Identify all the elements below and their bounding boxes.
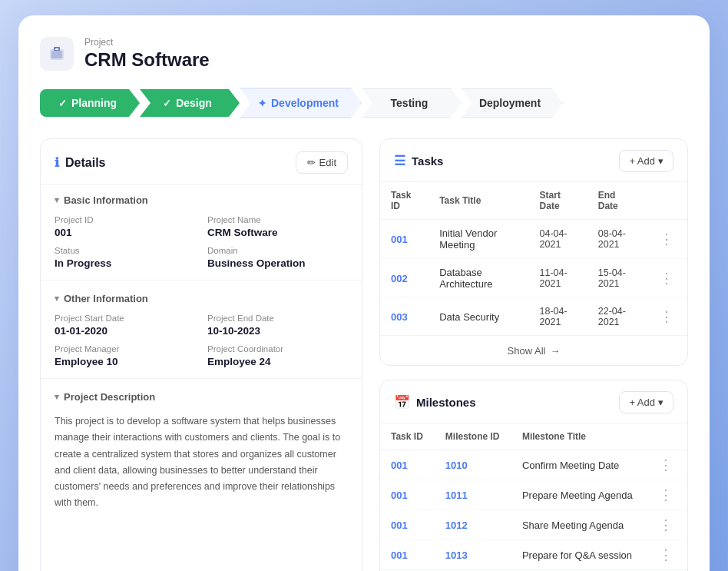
task-end-date: 15-04-2021 xyxy=(587,259,646,298)
step-design-label: Design xyxy=(176,97,212,109)
description-section: ▾ Project Description xyxy=(41,382,362,409)
task-end-date: 08-04-2021 xyxy=(587,220,646,259)
domain-item: Domain Business Operation xyxy=(207,246,348,269)
milestone-id-link[interactable]: 1011 xyxy=(445,490,468,501)
basic-info-grid: Project ID 001 Project Name CRM Software… xyxy=(41,212,362,277)
info-icon: ℹ xyxy=(55,155,59,170)
milestones-col-milestoneid: Milestone ID xyxy=(435,423,511,450)
tasks-col-title: Task Title xyxy=(429,182,528,220)
milestones-col-taskid: Task ID xyxy=(380,423,435,450)
project-id-item: Project ID 001 xyxy=(55,215,195,238)
milestones-table: Task ID Milestone ID Milestone Title 001… xyxy=(380,423,687,569)
milestones-title: 📅 Milestones xyxy=(394,394,476,410)
step-testing[interactable]: Testing xyxy=(362,88,462,118)
milestone-more-button[interactable]: ⋮ xyxy=(656,488,676,502)
step-development[interactable]: ✦ Development xyxy=(240,88,362,118)
project-icon xyxy=(40,37,74,71)
status-item: Status In Progress xyxy=(55,246,195,269)
chevron-down-icon-desc: ▾ xyxy=(55,392,59,402)
project-header: Project CRM Software xyxy=(40,37,688,71)
edit-button[interactable]: ✏ Edit xyxy=(296,151,348,174)
milestone-more-button[interactable]: ⋮ xyxy=(656,458,676,472)
tasks-table-header-row: Task ID Task Title Start Date End Date xyxy=(380,182,687,220)
milestones-panel: 📅 Milestones + Add ▾ Task ID Milestone I… xyxy=(379,380,688,571)
step-testing-label: Testing xyxy=(391,97,429,109)
tasks-show-all-row: Show All → xyxy=(380,335,687,365)
end-date-item: Project End Date 10-10-2023 xyxy=(207,314,348,337)
step-planning[interactable]: ✓ Planning xyxy=(40,89,140,117)
tasks-col-id: Task ID xyxy=(380,182,429,220)
tasks-col-start: Start Date xyxy=(529,182,587,220)
milestone-more-button[interactable]: ⋮ xyxy=(656,518,676,532)
tasks-panel: ☰ Tasks + Add ▾ Task ID Task Title Start… xyxy=(379,138,688,366)
task-more-button[interactable]: ⋮ xyxy=(657,232,677,246)
other-info-section: ▾ Other Information xyxy=(41,284,362,310)
main-layout: ℹ Details ✏ Edit ▾ Basic Information Pro… xyxy=(40,138,688,571)
milestone-more-button[interactable]: ⋮ xyxy=(656,548,676,562)
coordinator-item: Project Coordinator Employee 24 xyxy=(207,344,348,367)
chevron-down-icon-add-tasks: ▾ xyxy=(658,155,663,167)
right-panel: ☰ Tasks + Add ▾ Task ID Task Title Start… xyxy=(379,138,688,571)
task-end-date: 22-04-2021 xyxy=(587,298,646,336)
basic-info-section: ▾ Basic Information xyxy=(41,185,362,212)
tasks-title: ☰ Tasks xyxy=(394,153,443,169)
chevron-down-icon: ▾ xyxy=(55,195,59,205)
details-panel: ℹ Details ✏ Edit ▾ Basic Information Pro… xyxy=(40,138,362,571)
start-date-item: Project Start Date 01-01-2020 xyxy=(55,314,195,337)
edit-icon: ✏ xyxy=(307,157,316,168)
task-more-button[interactable]: ⋮ xyxy=(657,271,677,285)
table-row: 001 1010 Confirm Meeting Date ⋮ xyxy=(380,450,687,480)
task-title: Data Security xyxy=(429,298,528,336)
tasks-show-all-button[interactable]: Show All → xyxy=(508,345,561,357)
milestone-task-id-link[interactable]: 001 xyxy=(391,490,408,501)
project-label: Project xyxy=(84,37,210,48)
milestone-task-id-link[interactable]: 001 xyxy=(391,520,408,531)
project-title: CRM Software xyxy=(84,49,210,71)
task-start-date: 18-04-2021 xyxy=(529,298,587,336)
table-row: 002 Database Architecture 11-04-2021 15-… xyxy=(380,259,687,298)
step-design[interactable]: ✓ Design xyxy=(140,89,240,117)
task-start-date: 11-04-2021 xyxy=(529,259,587,298)
check-icon-design: ✓ xyxy=(163,98,171,109)
details-header: ℹ Details ✏ Edit xyxy=(41,139,362,185)
project-name-item: Project Name CRM Software xyxy=(207,215,348,238)
steps-bar: ✓ Planning ✓ Design ✦ Development Testin… xyxy=(40,88,688,118)
task-title: Initial Vendor Meeting xyxy=(429,220,528,259)
milestones-add-button[interactable]: + Add ▾ xyxy=(619,391,673,413)
table-row: 001 1013 Prepare for Q&A session ⋮ xyxy=(380,540,687,570)
table-row: 003 Data Security 18-04-2021 22-04-2021 … xyxy=(380,298,687,336)
milestone-id-link[interactable]: 1010 xyxy=(445,460,468,471)
milestone-task-id-link[interactable]: 001 xyxy=(391,460,408,471)
chevron-down-icon-other: ▾ xyxy=(55,294,59,304)
milestone-title: Share Meeting Agenda xyxy=(511,510,645,540)
manager-item: Project Manager Employee 10 xyxy=(55,344,195,367)
tasks-col-end: End Date xyxy=(587,182,646,220)
task-start-date: 04-04-2021 xyxy=(529,220,587,259)
milestone-title: Prepare for Q&A session xyxy=(511,540,645,570)
milestone-task-id-link[interactable]: 001 xyxy=(391,549,408,561)
table-row: 001 Initial Vendor Meeting 04-04-2021 08… xyxy=(380,220,687,259)
description-text: This project is to develop a software sy… xyxy=(41,409,362,516)
svg-rect-3 xyxy=(55,48,58,50)
arrow-right-icon: → xyxy=(550,345,560,357)
milestones-header: 📅 Milestones + Add ▾ xyxy=(380,380,687,423)
milestones-table-header-row: Task ID Milestone ID Milestone Title xyxy=(380,423,687,450)
other-info-grid: Project Start Date 01-01-2020 Project En… xyxy=(41,310,362,375)
tasks-add-button[interactable]: + Add ▾ xyxy=(619,150,673,172)
details-title: ℹ Details xyxy=(55,155,105,170)
tasks-header: ☰ Tasks + Add ▾ xyxy=(380,139,687,182)
task-id-link[interactable]: 001 xyxy=(391,234,408,245)
table-row: 001 1012 Share Meeting Agenda ⋮ xyxy=(380,510,687,540)
milestone-id-link[interactable]: 1012 xyxy=(445,520,468,531)
step-development-label: Development xyxy=(271,97,339,109)
milestone-title: Prepare Meeting Agenda xyxy=(511,480,645,510)
milestone-id-link[interactable]: 1013 xyxy=(445,549,468,561)
task-id-link[interactable]: 003 xyxy=(391,311,408,323)
task-id-link[interactable]: 002 xyxy=(391,273,408,284)
svg-rect-1 xyxy=(51,51,62,58)
step-deployment-label: Deployment xyxy=(479,97,541,109)
step-deployment[interactable]: Deployment xyxy=(462,88,563,118)
tasks-col-actions xyxy=(646,182,687,220)
milestones-icon: 📅 xyxy=(394,394,410,410)
task-more-button[interactable]: ⋮ xyxy=(657,310,677,324)
